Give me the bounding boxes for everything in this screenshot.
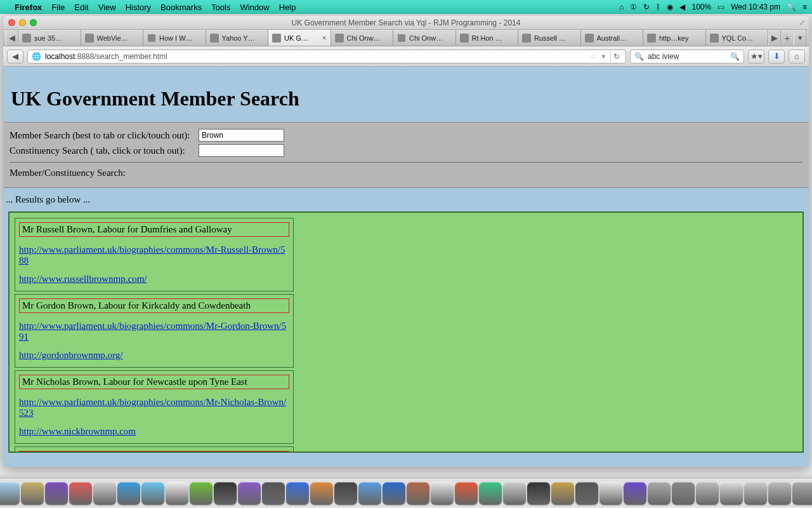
bookmarks-button[interactable]: ★▾ [748,50,764,64]
dock-app[interactable] [93,482,116,505]
dock-app[interactable] [407,482,429,505]
battery-icon[interactable]: ▭ [717,3,724,11]
dock-app[interactable] [648,482,671,505]
clock[interactable]: Wed 10:43 pm [731,3,780,11]
dock-app[interactable] [503,482,526,505]
fullscreen-icon[interactable]: ⤢ [799,18,805,27]
dropbox-icon[interactable]: ⌂ [619,3,624,11]
dock-app[interactable] [768,482,791,505]
spotlight-icon[interactable]: 🔍 [787,3,796,11]
search-box[interactable]: 🔍 abc iview 🔍 [630,50,744,64]
dock-app[interactable] [286,482,309,505]
bluetooth-icon[interactable]: ᛒ [656,3,660,11]
dock-app[interactable] [599,482,622,505]
dock-app[interactable] [262,482,285,505]
dock-app[interactable] [624,482,646,505]
accessibility-icon[interactable]: ① [630,3,637,11]
volume-icon[interactable]: ◀ [679,3,685,11]
dock-app[interactable] [792,482,812,505]
battery-percent[interactable]: 100% [691,3,711,11]
minimize-window-button[interactable] [19,19,26,26]
close-window-button[interactable] [8,19,15,26]
browser-tab[interactable]: YQL Co… [706,30,769,46]
home-button[interactable]: ⌂ [789,50,805,64]
menu-edit[interactable]: Edit [74,3,88,12]
dock-app[interactable] [383,482,405,505]
menu-view[interactable]: View [98,3,116,12]
site-identity-icon[interactable]: 🌐 [32,52,41,61]
dock-app[interactable] [431,482,454,505]
result-link[interactable]: http://www.parliament.uk/biographies/com… [19,397,289,418]
dock-app[interactable] [358,482,381,505]
app-name[interactable]: Firefox [15,3,42,12]
result-link[interactable]: http://www.russellbrownmp.com/ [19,274,289,284]
result-title: Mr Nicholas Brown, Labour for Newcastle … [19,375,289,389]
dock-app[interactable] [45,482,68,505]
dock-app[interactable] [166,482,188,505]
browser-tab[interactable]: Rt Hon … [456,30,519,46]
result-link[interactable]: http://gordonbrownmp.org/ [19,350,289,361]
menu-help[interactable]: Help [279,3,296,12]
dock-app[interactable] [479,482,502,505]
new-tab-button[interactable]: + [781,30,794,46]
search-go-icon[interactable]: 🔍 [730,52,740,61]
browser-tab[interactable]: Australi… [581,30,644,46]
zoom-window-button[interactable] [30,19,37,26]
browser-tab[interactable]: Russell … [518,30,581,46]
tab-scroll-right[interactable]: ▶ [768,30,781,46]
dock-app[interactable] [696,482,719,505]
address-bar[interactable]: 🌐 localhost:8888/search_member.html ☆ ▼ … [27,50,626,64]
browser-tab[interactable]: Chi Onw… [331,30,394,46]
constituency-search-input[interactable] [199,144,284,157]
result-link[interactable]: http://www.parliament.uk/biographies/com… [19,244,289,266]
result-link[interactable]: http://www.parliament.uk/biographies/com… [19,321,289,342]
menu-file[interactable]: File [51,3,65,12]
menu-history[interactable]: History [126,3,151,12]
dock-app[interactable] [551,482,574,505]
dock-app[interactable] [310,482,333,505]
browser-tab[interactable]: http…key [643,30,706,46]
dock-app[interactable] [141,482,164,505]
window-titlebar[interactable]: UK Government Member Search via Yql - RJ… [3,16,809,30]
menu-window[interactable]: Window [240,3,270,12]
result-link[interactable]: http://www.nickbrownmp.com [19,426,289,437]
bookmark-star-icon[interactable]: ☆ [590,52,597,61]
member-search-input[interactable] [199,129,284,142]
dock-app[interactable] [117,482,140,505]
close-tab-icon[interactable]: × [322,34,326,43]
dock-app[interactable] [21,482,44,505]
tab-scroll-left[interactable]: ◀ [6,30,18,46]
url-history-dropdown-icon[interactable]: ▼ [601,53,606,60]
dock-app[interactable] [190,482,213,505]
dock-app[interactable] [672,482,695,505]
dock-app[interactable] [334,482,357,505]
browser-tab[interactable]: UK G…× [268,30,331,46]
back-button[interactable]: ◀ [7,50,23,64]
search-form: Member Search (best to tab or click/touc… [3,122,809,188]
dock-app[interactable] [575,482,598,505]
dock-app[interactable] [744,482,767,505]
dock-app[interactable] [455,482,478,505]
dock-app[interactable] [527,482,550,505]
tab-list-dropdown[interactable]: ▾ [794,30,806,46]
dock-app[interactable] [0,482,20,505]
dock-app[interactable] [238,482,261,505]
browser-tab[interactable]: How I W… [143,30,206,46]
menu-tools[interactable]: Tools [211,3,230,12]
timemachine-icon[interactable]: ↻ [643,3,650,11]
menu-bookmarks[interactable]: Bookmarks [160,3,202,12]
result-title: Mr Russell Brown, Labour for Dumfries an… [19,222,289,237]
browser-tab[interactable]: Yahoo Y… [206,30,269,46]
downloads-button[interactable]: ⬇ [768,50,785,64]
wifi-icon[interactable]: ◉ [667,3,673,11]
notification-center-icon[interactable]: ≡ [802,3,807,11]
search-engine-icon[interactable]: 🔍 [634,52,644,61]
dock-app[interactable] [720,482,743,505]
browser-tab[interactable]: Chi Onw… [393,30,456,46]
browser-tab[interactable]: WebVie… [81,30,144,46]
dock-app[interactable] [214,482,237,505]
browser-tab[interactable]: sue 35… [18,30,81,46]
reload-icon[interactable]: ↻ [610,51,622,62]
dock-app[interactable] [69,482,92,505]
tab-label: Chi Onw… [347,34,381,42]
